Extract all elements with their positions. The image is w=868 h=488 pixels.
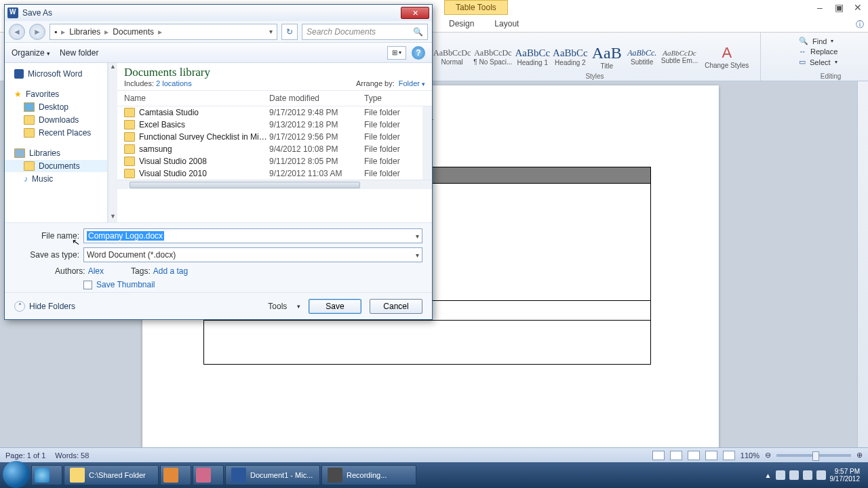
tray-icon[interactable] [803,470,812,480]
taskbar-app1[interactable] [160,465,191,485]
list-item[interactable]: Camtasia Studio9/17/2012 9:48 PMFile fol… [117,106,432,119]
volume-icon[interactable] [816,470,826,480]
dialog-fields: File name: Company Logo.docx▾ Save as ty… [5,222,432,292]
new-folder-button[interactable]: New folder [60,48,98,58]
select-icon: ▭ [799,58,806,66]
nav-downloads[interactable]: Downloads [5,114,107,126]
nav-msword[interactable]: Microsoft Word [5,68,107,80]
restore-icon[interactable]: ▣ [833,1,845,14]
list-item[interactable]: samsung9/4/2012 10:08 PMFile folder [117,143,432,155]
column-headers[interactable]: Name Date modified Type [117,90,432,106]
zoom-slider[interactable] [776,454,851,457]
authors-field[interactable]: Alex [88,266,104,276]
outline-view[interactable] [705,451,717,460]
list-scrollbar[interactable] [422,106,432,180]
tools-dropdown[interactable]: Tools ▾ [268,302,300,311]
address-breadcrumb[interactable]: ▪▸ Libraries▸ Documents▸ ▾ [50,24,277,40]
save-thumbnail-label[interactable]: Save Thumbnail [96,280,155,289]
refresh-button[interactable]: ↻ [281,24,298,40]
chevron-up-icon: ˄ [14,301,25,312]
filename-label: File name: [14,231,79,241]
filename-input[interactable]: Company Logo.docx▾ [83,228,422,243]
zoom-out-button[interactable]: ⊖ [765,451,771,460]
nav-desktop[interactable]: Desktop [5,101,107,113]
file-list-pane: Documents library Includes: 2 locations … [117,63,432,222]
nav-music[interactable]: ♪Music [5,173,107,185]
help-button[interactable]: ? [412,46,425,60]
list-item[interactable]: Visual Studio 20089/11/2012 8:05 PMFile … [117,155,432,167]
list-item[interactable]: Visual Studio 20109/12/2012 11:03 AMFile… [117,167,432,180]
authors-label: Authors: [55,266,85,276]
locations-link[interactable]: 2 locations [156,79,192,87]
organize-button[interactable]: Organize ▾ [12,48,50,58]
show-hidden-icon[interactable]: ▲ [765,472,772,479]
replace-icon: ↔ [799,47,806,56]
table-tools-tab[interactable]: Table Tools [444,0,508,15]
fullscreen-reading-view[interactable] [670,451,682,460]
taskbar-app2[interactable] [193,465,224,485]
print-layout-view[interactable] [652,451,665,460]
change-styles-button[interactable]: AChange Styles [701,44,753,69]
cancel-button[interactable]: Cancel [370,299,422,314]
taskbar-word[interactable]: Document1 - Mic... [225,465,320,485]
nav-documents[interactable]: Documents [5,160,107,172]
minimize-icon[interactable]: – [814,1,826,14]
saveastype-label: Save as type: [14,250,79,260]
dialog-footer: ˄Hide Folders Tools ▾ Save Cancel [5,292,432,319]
zoom-in-button[interactable]: ⊕ [856,451,863,460]
draft-view[interactable] [723,451,735,460]
search-input[interactable]: Search Documents 🔍 [302,24,428,40]
list-item[interactable]: Excel Basics9/13/2012 9:18 PMFile folder [117,119,432,131]
taskbar-explorer[interactable]: C:\Shared Folder [64,465,159,485]
vertical-scrollbar[interactable] [857,81,868,455]
tray-icon[interactable] [776,470,785,480]
change-styles-icon: A [722,44,732,62]
ribbon-tab-design[interactable]: Design [439,16,484,31]
forward-button[interactable]: ► [29,24,45,40]
word-icon [14,69,24,79]
taskbar-recorder[interactable]: Recording... [321,465,416,485]
dialog-titlebar[interactable]: Save As ✕ [5,5,432,21]
styles-gallery[interactable]: AaBbCcDcNormal AaBbCcDc¶ No Spaci... AaB… [429,33,761,81]
save-button[interactable]: Save [309,299,361,314]
navigation-pane[interactable]: Microsoft Word ★Favorites Desktop Downlo… [5,63,108,222]
nav-libraries[interactable]: Libraries [5,147,107,159]
nav-scrollbar[interactable]: ▲▼ [108,63,117,222]
zoom-level[interactable]: 110% [741,451,760,460]
word-count[interactable]: Words: 58 [55,451,89,460]
breadcrumb-dropdown-icon[interactable]: ▾ [269,28,273,35]
view-mode-button[interactable]: ⊞▾ [387,46,406,60]
find-icon: 🔍 [799,37,808,45]
page-indicator[interactable]: Page: 1 of 1 [5,451,45,460]
file-list[interactable]: Camtasia Studio9/17/2012 9:48 PMFile fol… [117,106,432,180]
saveastype-dropdown[interactable]: Word Document (*.docx)▾ [83,247,422,262]
back-button[interactable]: ◄ [9,24,25,40]
nav-recent[interactable]: Recent Places [5,127,107,139]
start-button[interactable] [3,461,30,488]
horizontal-scrollbar[interactable] [117,180,432,189]
arrange-by-dropdown[interactable]: Folder ▾ [399,79,425,87]
chevron-down-icon[interactable]: ▾ [416,232,419,240]
ribbon-help-icon[interactable]: ⓘ [856,19,864,30]
find-button[interactable]: 🔍Find▾ [799,37,863,45]
ribbon-tab-layout[interactable]: Layout [485,16,528,31]
select-button[interactable]: ▭Select▾ [799,58,863,66]
save-thumbnail-checkbox[interactable] [83,281,92,289]
tray-icon[interactable] [789,470,799,480]
list-item[interactable]: Functional Survey Checklist in Microsoft… [117,131,432,143]
hide-folders-button[interactable]: ˄Hide Folders [14,301,75,312]
close-window-icon[interactable]: ✕ [852,1,864,14]
replace-button[interactable]: ↔Replace [799,47,863,56]
system-tray[interactable]: ▲ 9:57 PM 9/17/2012 [765,468,865,483]
taskbar-ie[interactable] [31,465,62,485]
folder-icon [124,108,135,117]
chevron-down-icon[interactable]: ▾ [416,251,419,259]
folder-icon [124,144,135,154]
web-layout-view[interactable] [688,451,700,460]
close-button[interactable]: ✕ [401,7,429,19]
nav-favorites[interactable]: ★Favorites [5,88,107,100]
system-clock[interactable]: 9:57 PM 9/17/2012 [830,468,861,483]
star-icon: ★ [14,89,22,99]
word-file-icon [7,7,18,18]
tags-field[interactable]: Add a tag [153,266,188,276]
